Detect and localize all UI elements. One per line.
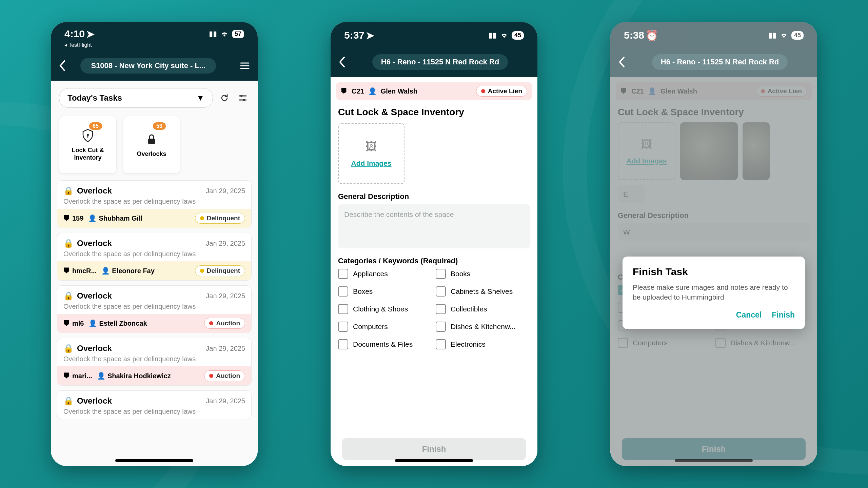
category-label: Dishes & Kitchenw... (451, 323, 515, 331)
task-scroll[interactable]: Today's Tasks ▼ 65 Lock Cut & Inventory (51, 81, 258, 466)
lien-banner: ⛊C21 👤Glen Walsh Active Lien (336, 82, 532, 100)
location-pill[interactable]: H6 - Reno - 11525 N Red Rock Rd (372, 54, 508, 70)
status-time: 5:38⏰ (624, 29, 658, 41)
filter-dropdown[interactable]: Today's Tasks ▼ (59, 88, 213, 108)
description-label: General Description (331, 190, 537, 204)
category-label: Collectibles (451, 305, 487, 313)
person-icon: 👤 (97, 372, 105, 380)
category-checkbox[interactable]: Cabinets & Shelves (436, 286, 530, 297)
category-checkbox[interactable]: Documents & Files (338, 339, 432, 349)
category-checkbox[interactable]: Electronics (436, 339, 530, 349)
location-pill: H6 - Reno - 11525 N Red Rock Rd (652, 54, 788, 70)
category-label: Books (451, 270, 470, 278)
category-checkbox[interactable]: Books (436, 269, 530, 279)
person-icon: 👤 (88, 319, 97, 327)
tenant-chip: 👤Shubham Gill (88, 214, 142, 222)
status-right: ▮▮ 45 (768, 31, 804, 40)
category-label: Appliances (353, 270, 388, 278)
inventory-scroll[interactable]: ⛊C21 👤Glen Walsh Active Lien Cut Lock & … (331, 77, 537, 466)
description-input[interactable]: Describe the contents of the space (338, 204, 530, 248)
task-card[interactable]: 🔒Overlock Jan 29, 2025 Overlock the spac… (57, 338, 252, 386)
unit-chip: ⛊mari... (63, 372, 92, 380)
person-icon: 👤 (101, 267, 110, 275)
nav-header: S1008 - New York City suite - L... (51, 51, 258, 81)
status-pill-auction: Auction (204, 318, 245, 329)
add-images-link[interactable]: Add Images (351, 159, 391, 167)
phone-inventory-form: 5:37➤ ▮▮ 45 H6 - Reno - 11525 N Red Rock… (331, 22, 537, 466)
checkbox-icon (436, 339, 446, 349)
category-checkbox[interactable]: Appliances (338, 269, 432, 279)
svg-point-0 (240, 95, 242, 97)
location-pill[interactable]: S1008 - New York City suite - L... (80, 58, 216, 74)
wifi-icon (220, 31, 229, 37)
back-button[interactable] (339, 57, 346, 67)
svg-point-2 (87, 134, 89, 136)
finish-button[interactable]: Finish (342, 438, 526, 460)
refresh-button[interactable] (218, 91, 231, 105)
battery-badge: 45 (791, 31, 804, 40)
nav-header: H6 - Reno - 11525 N Red Rock Rd (331, 47, 537, 77)
cancel-button[interactable]: Cancel (736, 310, 762, 320)
status-right: ▮▮ 57 (209, 29, 244, 38)
task-card[interactable]: 🔒Overlock Jan 29, 2025 Overlock the spac… (57, 233, 252, 281)
lock-icon: 🔒 (63, 344, 74, 353)
svg-rect-3 (148, 139, 155, 144)
phone-inventory-modal: 5:38⏰ ▮▮ 45 H6 - Reno - 11525 N Red Rock… (610, 22, 817, 466)
home-indicator[interactable] (115, 459, 193, 462)
lock-icon: 🔒 (63, 239, 74, 248)
category-checkbox[interactable]: Computers (338, 322, 432, 332)
status-bar: 5:38⏰ ▮▮ 45 (610, 22, 817, 47)
category-checkbox[interactable]: Collectibles (436, 304, 530, 314)
checkbox-icon (338, 339, 348, 349)
tile-lock-cut[interactable]: 65 Lock Cut & Inventory (59, 116, 117, 174)
lock-icon: 🔒 (63, 186, 74, 196)
battery-badge: 45 (512, 31, 524, 40)
home-indicator[interactable] (395, 459, 473, 462)
menu-button[interactable] (240, 62, 250, 69)
task-date: Jan 29, 2025 (206, 187, 245, 195)
location-arrow-icon: ➤ (86, 28, 95, 40)
image-icon: 🖼 (366, 140, 377, 153)
chevron-down-icon: ▼ (196, 93, 204, 103)
checkbox-icon (436, 322, 446, 332)
status-right: ▮▮ 45 (489, 31, 524, 40)
lock-icon: 🔒 (63, 291, 74, 301)
tile-overlocks[interactable]: 53 Overlocks (123, 116, 180, 174)
checkbox-icon (436, 269, 446, 279)
settings-button[interactable] (236, 91, 250, 105)
phone-tasks-list: 4:10➤ ▮▮ 57 ◂ TestFlight S1008 - New Yor… (51, 22, 258, 466)
task-card[interactable]: 🔒Overlock Jan 29, 2025 Overlock the spac… (57, 180, 252, 228)
active-lien-pill: Active Lien (476, 86, 527, 97)
task-card[interactable]: 🔒Overlock Jan 29, 2025 Overlock the spac… (57, 390, 252, 419)
location-arrow-icon: ➤ (366, 29, 374, 41)
alarm-icon: ⏰ (646, 29, 658, 41)
status-pill-delinquent: Delinquent (195, 265, 245, 276)
back-button[interactable] (59, 60, 66, 71)
tenant-chip: 👤Eleonore Fay (101, 267, 155, 275)
person-icon: 👤 (88, 214, 97, 222)
person-icon: 👤 (368, 87, 377, 95)
testflight-link[interactable]: ◂ TestFlight (51, 42, 258, 51)
door-icon: ⛊ (63, 267, 70, 275)
category-checkbox[interactable]: Clothing & Shoes (338, 304, 432, 314)
category-label: Computers (353, 323, 388, 331)
lock-icon: 🔒 (63, 396, 74, 406)
cellular-icon: ▮▮ (768, 31, 776, 40)
checkbox-icon (436, 286, 446, 297)
category-checkbox[interactable]: Boxes (338, 286, 432, 297)
category-label: Electronics (451, 340, 486, 348)
category-label: Boxes (353, 287, 373, 296)
status-time: 5:37➤ (344, 29, 374, 41)
modal-body: Please make sure images and notes are re… (633, 282, 795, 302)
checkbox-icon (338, 269, 348, 279)
category-checkbox[interactable]: Dishes & Kitchenw... (436, 322, 530, 332)
tenant-chip: 👤Shakira Hodkiewicz (97, 372, 171, 380)
tile-badge: 53 (153, 122, 166, 130)
checkbox-icon (338, 286, 348, 297)
finish-button[interactable]: Finish (772, 310, 795, 320)
inventory-scroll: ⛊C21 👤Glen Walsh Active Lien Cut Lock & … (610, 77, 817, 466)
task-card[interactable]: 🔒Overlock Jan 29, 2025 Overlock the spac… (57, 285, 252, 333)
category-label: Cabinets & Shelves (451, 287, 513, 296)
add-images-button[interactable]: 🖼 Add Images (338, 123, 405, 184)
status-bar: 4:10➤ ▮▮ 57 (51, 22, 258, 42)
